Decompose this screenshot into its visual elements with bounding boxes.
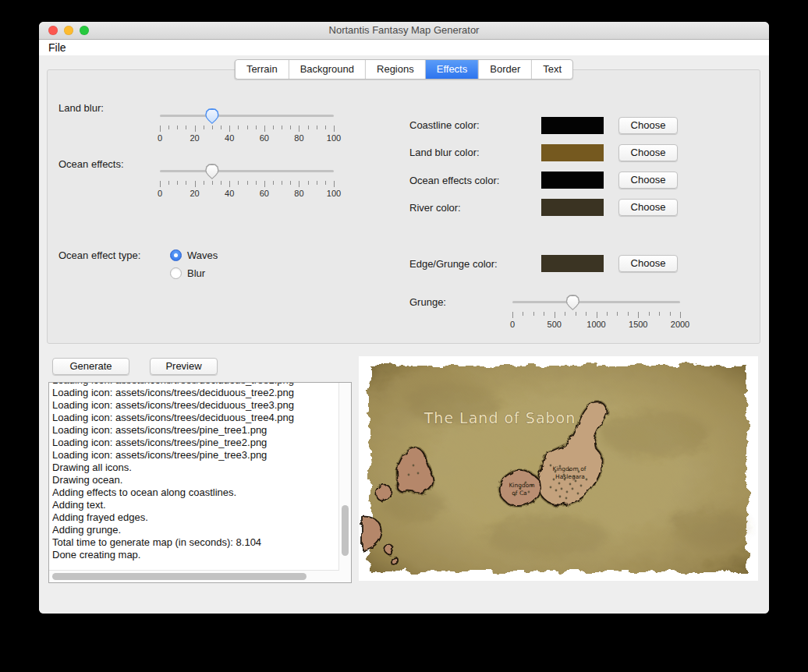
slider-thumb[interactable] <box>565 295 579 310</box>
tree-speckle <box>580 485 583 487</box>
tick-mark <box>533 312 534 316</box>
tick-mark <box>247 181 248 185</box>
tick-mark <box>317 126 317 129</box>
tick-mark <box>204 126 204 129</box>
ocean-effects-slider[interactable]: 020406080100 <box>160 164 334 200</box>
log-text: Loading icon: assets/icons/trees/deciduo… <box>52 383 338 570</box>
tree-speckle <box>550 486 552 489</box>
tick-mark <box>334 181 335 187</box>
edge-grunge-choose-button[interactable]: Choose <box>618 255 678 272</box>
slider-track[interactable] <box>512 301 680 303</box>
ocean-effects-color-label: Ocean effects color: <box>409 175 499 186</box>
radio-option-blur[interactable]: Blur <box>170 267 218 279</box>
radio-option-waves[interactable]: Waves <box>170 249 218 261</box>
tick-mark <box>317 181 317 185</box>
log-line: Adding text. <box>52 499 338 511</box>
log-console[interactable]: Loading icon: assets/icons/trees/deciduo… <box>48 382 352 583</box>
generate-button[interactable]: Generate <box>52 358 129 375</box>
tick-mark <box>177 126 178 129</box>
horizontal-scrollbar-thumb[interactable] <box>52 573 307 580</box>
tick-mark <box>523 312 523 316</box>
tick-label: 40 <box>225 189 234 198</box>
slider-ticks <box>160 126 334 133</box>
tab-text[interactable]: Text <box>532 60 572 79</box>
radio-label: Blur <box>187 267 205 279</box>
tick-mark <box>334 126 335 132</box>
grunge-slider[interactable]: 0500100015002000 <box>512 295 680 331</box>
islet-d <box>384 544 393 554</box>
horizontal-scrollbar[interactable] <box>49 570 339 582</box>
preview-button[interactable]: Preview <box>150 358 218 375</box>
app-window: Nortantis Fantasy Map Generator File Ter… <box>39 22 769 614</box>
tree-speckle <box>565 497 568 500</box>
coastline-color-swatch <box>541 117 604 134</box>
log-line: Drawing all icons. <box>52 462 338 474</box>
tick-mark <box>308 181 309 185</box>
river-color-label: River color: <box>409 202 461 214</box>
tab-background[interactable]: Background <box>289 60 366 79</box>
tree-speckle <box>528 491 530 493</box>
tree-speckle <box>572 488 574 490</box>
menu-file[interactable]: File <box>39 40 76 55</box>
tree-speckle <box>550 465 552 467</box>
tick-mark <box>186 126 186 129</box>
coastline-choose-button[interactable]: Choose <box>618 117 678 134</box>
tick-mark <box>256 126 257 129</box>
log-line: Loading icon: assets/icons/trees/deciduo… <box>52 383 338 387</box>
land-blur-label: Land blur: <box>58 102 104 114</box>
land-blur-choose-button[interactable]: Choose <box>618 144 678 161</box>
slider-track[interactable] <box>160 115 334 117</box>
slider-tick-labels: 020406080100 <box>160 133 334 143</box>
tick-mark <box>325 181 326 185</box>
tree-speckle <box>559 496 562 498</box>
tick-mark <box>195 181 196 187</box>
minimize-button[interactable] <box>64 26 73 35</box>
close-button[interactable] <box>48 26 58 35</box>
tab-regions[interactable]: Regions <box>366 60 426 79</box>
edge-grunge-color-label: Edge/Grunge color: <box>409 258 498 270</box>
radio-button[interactable] <box>170 267 182 279</box>
tick-label: 40 <box>225 133 234 143</box>
log-line: Adding grunge. <box>52 524 338 536</box>
vertical-scrollbar[interactable] <box>338 383 351 571</box>
tick-label: 20 <box>190 189 199 198</box>
slider-thumb[interactable] <box>205 108 219 124</box>
tick-mark <box>680 312 681 318</box>
tab-effects[interactable]: Effects <box>426 60 480 79</box>
grunge-label: Grunge: <box>409 296 446 308</box>
ocean-effects-color-swatch <box>541 172 604 189</box>
radio-button[interactable] <box>170 249 182 261</box>
tick-mark <box>168 126 169 129</box>
tree-speckle <box>555 490 558 492</box>
tick-mark <box>308 126 309 129</box>
tick-mark <box>229 126 230 132</box>
tick-mark <box>221 181 221 185</box>
zoom-button[interactable] <box>80 26 89 35</box>
tick-mark <box>238 126 239 129</box>
tick-mark <box>512 312 513 318</box>
map-title: The Land of Sabon <box>423 409 576 426</box>
tick-mark <box>649 312 650 316</box>
tick-label: 1000 <box>587 320 605 329</box>
land-blur-color-swatch <box>541 144 604 161</box>
window-content: TerrainBackgroundRegionsEffectsBorderTex… <box>39 55 769 614</box>
tick-mark <box>273 126 274 129</box>
slider-thumb[interactable] <box>205 164 219 179</box>
traffic-lights <box>48 26 89 35</box>
tab-terrain[interactable]: Terrain <box>236 60 289 79</box>
tick-mark <box>212 126 213 129</box>
log-line: Loading icon: assets/icons/trees/pine_tr… <box>52 424 338 437</box>
tick-mark <box>607 312 608 316</box>
tick-mark <box>221 126 221 129</box>
title-bar[interactable]: Nortantis Fantasy Map Generator <box>39 22 769 40</box>
river-choose-button[interactable]: Choose <box>618 199 678 216</box>
tick-label: 0 <box>158 189 162 198</box>
region-label: of Ca <box>512 490 526 497</box>
scrollbar-corner <box>339 571 351 582</box>
vertical-scrollbar-thumb[interactable] <box>342 505 349 556</box>
land-blur-slider[interactable]: 020406080100 <box>160 108 334 144</box>
slider-track[interactable] <box>160 170 334 172</box>
tab-border[interactable]: Border <box>479 60 532 79</box>
ocean-effects-choose-button[interactable]: Choose <box>618 172 678 189</box>
tick-mark <box>290 126 291 129</box>
